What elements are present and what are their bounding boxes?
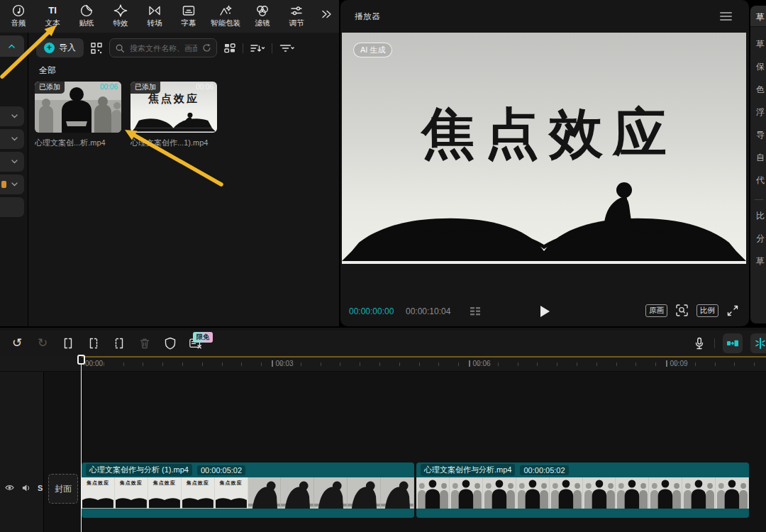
scan-qr-icon[interactable]: [90, 42, 103, 55]
film-frame: [450, 477, 483, 509]
draft-field: 保: [756, 61, 765, 73]
effects-icon: [113, 4, 128, 17]
film-frame: [716, 477, 749, 509]
freeze-shield-icon[interactable]: [163, 336, 177, 350]
grid-view-icon[interactable]: [223, 42, 236, 54]
timeline-ruler[interactable]: 00:00 00:03 00:06 00:09: [0, 356, 766, 372]
toolbar-smart-pack[interactable]: 智能包装: [206, 1, 245, 32]
delete-icon[interactable]: [138, 336, 152, 350]
media-search-box: [109, 38, 217, 57]
cover-button-label: 封面: [55, 483, 72, 495]
captions-icon: [182, 4, 196, 17]
cover-button[interactable]: 封面: [48, 474, 78, 504]
film-frame: [381, 477, 414, 509]
toolbar-filter[interactable]: 滤镜: [245, 1, 279, 32]
clip-2-footer: [416, 509, 749, 518]
redo-icon[interactable]: ↻: [35, 336, 50, 350]
timeline-section: ↺ ↻ 限: [0, 328, 766, 532]
video-editor-app: 音频 TI 文本 贴纸 特效 转场: [0, 0, 766, 532]
fullscreen-icon[interactable]: [726, 304, 739, 317]
playhead-handle[interactable]: [77, 355, 85, 365]
undo-icon[interactable]: ↺: [10, 336, 24, 350]
toolbar-text[interactable]: TI 文本: [35, 1, 70, 32]
original-quality-button[interactable]: 原画: [645, 304, 667, 317]
film-frame: 焦点效应: [115, 477, 148, 509]
sticker-icon: [79, 4, 94, 17]
added-badge: 已添加: [35, 82, 65, 94]
ruler-label: 00:03: [272, 360, 294, 367]
duration-badge: 00:06: [100, 83, 118, 91]
plus-icon: +: [44, 43, 55, 53]
rail-folder-icon: [1, 181, 6, 188]
video-overlay-title: 焦点效应: [342, 98, 746, 171]
total-duration: 00:00:10:04: [406, 306, 450, 316]
tab-all-materials[interactable]: 全部: [39, 65, 56, 77]
top-row: 音频 TI 文本 贴纸 特效 转场: [0, 0, 766, 326]
draft-settings-body: [750, 6, 766, 323]
aspect-ratio-button[interactable]: 比例: [696, 304, 718, 317]
split-keep-right-icon[interactable]: [112, 336, 126, 350]
book-silhouette-illustration: [342, 172, 746, 264]
media-item-2[interactable]: 焦点效应 已添加 00:06: [131, 82, 217, 133]
smart-pack-icon: [218, 4, 233, 17]
toolbar-captions[interactable]: 字幕: [172, 1, 206, 32]
record-voiceover-icon[interactable]: [692, 336, 706, 350]
media-item-1[interactable]: 已添加 00:06: [35, 82, 121, 133]
film-frame: [348, 477, 381, 509]
draft-field: 草: [756, 38, 765, 50]
toolbar-captions-label: 字幕: [182, 18, 196, 28]
split-keep-left-icon[interactable]: [87, 336, 101, 350]
sort-icon[interactable]: [250, 43, 265, 54]
timeline-toolbar: ↺ ↻ 限: [0, 331, 766, 356]
film-frame: 焦点效应: [148, 477, 182, 509]
toolbar-adjust[interactable]: 调节: [279, 1, 313, 32]
toolbar-sticker[interactable]: 贴纸: [70, 1, 104, 32]
mute-track-speaker-icon[interactable]: [21, 483, 31, 492]
snap-toggle[interactable]: [723, 333, 743, 353]
clip-2-duration: 00:00:05:02: [520, 465, 568, 475]
film-frame: 焦点效应: [182, 477, 215, 509]
play-button[interactable]: [540, 306, 550, 317]
timeline-clip-2[interactable]: 心理文案创作与分析.mp4 00:00:05:02: [416, 462, 749, 518]
toolbar-expand-icon[interactable]: [319, 9, 333, 20]
film-frame: [649, 477, 682, 509]
rail-item-last[interactable]: [0, 197, 24, 217]
split-icon[interactable]: [61, 336, 75, 350]
toolbar-transition[interactable]: 转场: [138, 1, 172, 32]
media-library-panel: 音频 TI 文本 贴纸 特效 转场: [0, 0, 339, 326]
clip-1-duration: 00:00:05:02: [197, 465, 245, 475]
rail-item[interactable]: [0, 129, 24, 149]
preview-axis-toggle[interactable]: [750, 333, 766, 353]
media-item-2-filename: 心理文案创作...1).mp4: [131, 138, 219, 148]
shot-list-icon[interactable]: [470, 306, 481, 316]
toolbar-audio[interactable]: 音频: [1, 1, 35, 32]
filter-funnel-icon[interactable]: [279, 43, 295, 54]
timeline-clip-1[interactable]: 心理文案创作与分析 (1).mp4 00:00:05:02 焦点效应 焦点效应: [82, 462, 414, 518]
toolbar-adjust-label: 调节: [289, 18, 304, 28]
refresh-icon[interactable]: [202, 43, 211, 52]
film-frame: [483, 477, 516, 509]
playhead[interactable]: [77, 355, 86, 532]
added-badge: 已添加: [131, 82, 160, 94]
import-button[interactable]: + 导入: [36, 38, 84, 57]
draft-settings-panel: 草 草 保 色 浮 导 自 代 比 分 草: [750, 0, 766, 326]
hide-track-eye-icon[interactable]: [4, 483, 15, 492]
solo-track-button[interactable]: S: [38, 484, 43, 492]
rail-item[interactable]: [0, 152, 24, 172]
track-controls: S: [4, 483, 43, 492]
clip-2-filmstrip: [416, 477, 749, 509]
rail-item-active[interactable]: [0, 35, 24, 57]
filter-icon: [255, 4, 270, 17]
media-search-input[interactable]: [128, 43, 199, 53]
toolbar-effects-label: 特效: [113, 18, 128, 28]
draft-field: 浮: [756, 106, 765, 118]
duration-badge: 00:06: [196, 83, 213, 91]
toolbar-effects[interactable]: 特效: [104, 1, 138, 32]
chevron-down-icon: [11, 160, 18, 164]
rail-item[interactable]: [0, 106, 24, 126]
timeline-tracks: S 封面 心理文案创作与分析 (1).mp4 00:00:05:02 焦点效应: [0, 372, 766, 532]
player-menu-icon[interactable]: [720, 12, 732, 21]
clip-1-footer: [82, 509, 414, 518]
draft-field: 色: [756, 84, 765, 96]
preview-focus-icon[interactable]: [675, 304, 689, 317]
